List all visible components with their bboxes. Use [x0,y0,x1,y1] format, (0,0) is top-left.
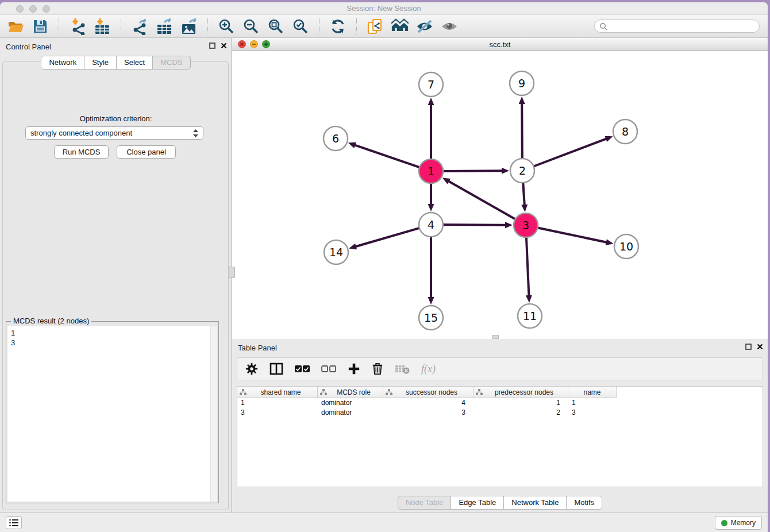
graph-edge-3-10[interactable] [537,228,607,242]
float-panel-icon[interactable] [745,344,752,350]
export-network-icon[interactable] [131,18,148,35]
tab-network[interactable]: Network [41,56,84,70]
mcds-result-area[interactable]: 1 3 [7,326,217,502]
add-row-icon[interactable] [348,363,360,375]
search-box[interactable] [594,20,760,33]
column-header-predecessor-nodes[interactable]: predecessor nodes [473,387,568,398]
cell-shared-name[interactable]: 1 [237,398,318,408]
import-network-icon[interactable] [69,18,86,35]
graph-edge-2-8[interactable] [533,138,607,167]
delete-row-icon[interactable] [372,363,383,375]
cell-shared-name[interactable]: 3 [237,408,318,418]
optimization-criterion-label: Optimization criterion: [0,114,232,123]
graph-node-label-1: 1 [428,165,434,178]
zoom-in-icon[interactable] [218,18,235,35]
deselect-all-icon[interactable] [321,365,336,373]
control-panel: Control Panel NetworkStyleSelectMCDS Opt… [0,38,232,512]
hierarchy-icon [240,389,247,395]
formula-builder-icon[interactable]: f(x) [421,363,436,375]
cell-name[interactable]: 1 [568,398,617,408]
zoom-selected-icon[interactable] [292,18,309,35]
settings-gear-icon[interactable] [245,363,258,375]
table-panel: Table Panel [232,339,768,512]
graph-edge-4-14[interactable] [355,228,421,246]
toolbar-separator [207,18,208,34]
tab-mcds[interactable]: MCDS [152,56,190,70]
network-canvas[interactable]: 1234678910111415 [232,51,768,339]
hide-selected-icon[interactable] [416,18,433,35]
export-image-icon[interactable] [180,18,198,35]
cell-name[interactable]: 3 [568,408,617,418]
graph-edge-3-11[interactable] [526,236,529,296]
node-table[interactable]: shared nameMCDS rolesuccessor nodesprede… [237,386,763,487]
criterion-value: strongly connected component [30,129,193,137]
column-header-MCDS-role[interactable]: MCDS role [318,387,383,398]
toolbar-separator [59,18,59,34]
graph-edge-arrowhead [606,239,614,245]
graph-edge-3-1[interactable] [448,181,517,220]
close-panel-icon[interactable] [757,344,763,350]
tab-style[interactable]: Style [84,56,117,70]
tab-network-table[interactable]: Network Table [503,496,567,510]
save-session-icon[interactable] [32,18,49,35]
memory-status-icon [721,520,727,526]
vertical-splitter-handle[interactable] [229,267,235,278]
close-panel-button[interactable]: Close panel [117,145,176,159]
graph-edge-2-3[interactable] [523,182,525,206]
tab-node-table[interactable]: Node Table [398,496,452,510]
column-header-shared-name[interactable]: shared name [237,387,318,398]
column-header-successor-nodes[interactable]: successor nodes [383,387,473,398]
hierarchy-icon [320,389,327,395]
cell-successor-nodes[interactable]: 3 [383,408,473,418]
graph-edge-2-9[interactable] [522,103,522,160]
graph-edge-4-3[interactable] [442,225,506,225]
memory-label: Memory [731,519,756,527]
table-row[interactable]: 3dominator323 [237,408,763,418]
graph-edge-1-2[interactable] [442,171,503,171]
tab-edge-table[interactable]: Edge Table [451,496,504,510]
graph-edge-arrowhead [502,168,509,174]
export-table-icon[interactable] [156,18,173,35]
horizontal-splitter-handle[interactable] [492,335,499,339]
cell-MCDS-role[interactable]: dominator [318,398,383,408]
cell-predecessor-nodes[interactable]: 1 [473,398,568,408]
graph-edge-1-6[interactable] [354,145,421,168]
app-titlebar: Session: New Session [0,2,768,15]
zoom-out-icon[interactable] [242,18,260,35]
mcds-result-group: MCDS result (2 nodes) 1 3 [6,321,219,503]
tab-select[interactable]: Select [116,56,153,70]
cell-predecessor-nodes[interactable]: 2 [473,408,568,418]
mcds-result-scrollbar[interactable] [210,326,217,502]
task-history-button[interactable] [6,516,22,529]
table-row[interactable]: 1dominator411 [237,398,763,408]
select-chevrons-icon [193,129,198,137]
cell-MCDS-role[interactable]: dominator [318,408,383,418]
criterion-select[interactable]: strongly connected component [25,126,203,140]
column-header-name[interactable]: name [568,387,617,398]
table-toolbar: f(x) [237,357,763,380]
run-mcds-button[interactable]: Run MCDS [54,145,109,159]
delete-table-icon[interactable] [395,364,410,374]
cell-successor-nodes[interactable]: 4 [383,398,473,408]
graph-edge-arrowhead [428,204,434,211]
mcds-result-title: MCDS result (2 nodes) [11,317,91,325]
search-input[interactable] [607,21,759,32]
select-all-icon[interactable] [295,365,310,373]
graph-edge-arrowhead [348,142,356,148]
show-all-icon[interactable] [441,18,458,35]
open-session-icon[interactable] [7,18,24,35]
tab-motifs[interactable]: Motifs [566,496,602,510]
close-panel-icon[interactable] [221,43,227,49]
zoom-fit-icon[interactable] [267,18,284,35]
graph-edge-arrowhead [519,97,525,104]
column-label: shared name [247,388,315,396]
import-table-icon[interactable] [94,18,111,35]
hierarchy-icon [476,389,483,395]
home-layout-icon[interactable] [391,18,409,35]
clone-network-icon[interactable] [367,18,384,35]
refresh-layout-icon[interactable] [329,18,346,35]
float-panel-icon[interactable] [209,43,215,49]
show-columns-icon[interactable] [270,362,283,376]
graph-node-label-10: 10 [619,240,633,253]
memory-button[interactable]: Memory [715,516,762,530]
